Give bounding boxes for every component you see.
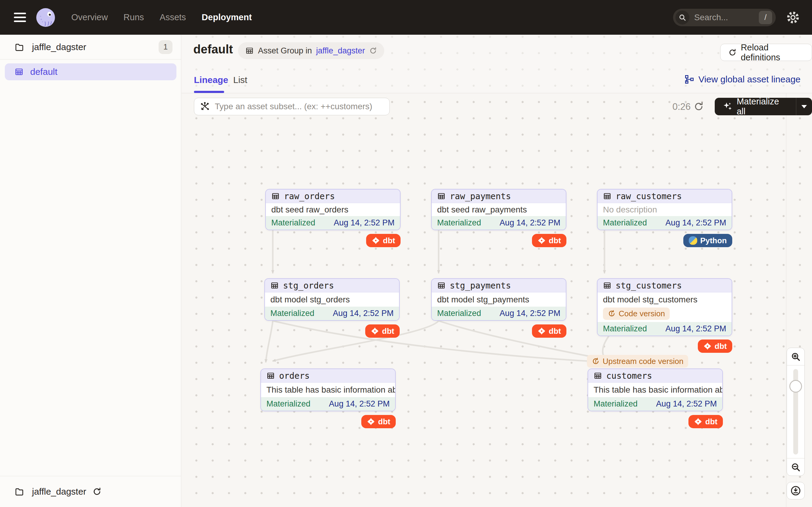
sidebar-item-default[interactable]: default bbox=[5, 63, 176, 80]
materialized-timestamp[interactable]: Aug 14, 2:52 PM bbox=[665, 218, 726, 228]
table-icon bbox=[437, 192, 446, 201]
asset-description: No description bbox=[598, 203, 732, 216]
table-icon bbox=[270, 281, 279, 290]
sidebar-group-jaffle-dagster[interactable]: jaffle_dagster 1 bbox=[0, 35, 181, 59]
asset-name: orders bbox=[279, 371, 310, 381]
settings-gear-icon[interactable] bbox=[786, 11, 800, 24]
asset-node-header: customers bbox=[588, 369, 722, 383]
dbt-badge: dbt bbox=[361, 415, 396, 428]
refresh-graph-icon[interactable] bbox=[694, 101, 704, 112]
materialized-status: Materialized bbox=[270, 309, 314, 318]
tab-list[interactable]: List bbox=[233, 75, 247, 85]
materialized-timestamp[interactable]: Aug 14, 2:52 PM bbox=[500, 309, 560, 318]
asset-node-header: raw_orders bbox=[266, 189, 400, 203]
code-version-icon bbox=[608, 309, 616, 318]
sparkle-icon bbox=[723, 101, 732, 112]
materialized-timestamp[interactable]: Aug 14, 2:52 PM bbox=[334, 218, 395, 228]
asset-node-header: stg_customers bbox=[598, 279, 732, 292]
asset-status-row: Materialized Aug 14, 2:52 PM bbox=[266, 216, 400, 230]
group-count-badge: 1 bbox=[159, 40, 172, 54]
zoom-slider[interactable] bbox=[787, 365, 804, 458]
asset-name: stg_customers bbox=[616, 281, 682, 291]
chevron-down-icon bbox=[801, 105, 807, 108]
asset-status-row: Materialized Aug 14, 2:52 PM bbox=[588, 397, 722, 411]
asset-selection-icon bbox=[200, 101, 210, 112]
download-icon bbox=[790, 485, 801, 496]
upstream-code-version-badge[interactable]: Upstream code version bbox=[587, 355, 688, 368]
asset-groups-sidebar: jaffle_dagster 1 default jaffle_dagster bbox=[0, 35, 181, 507]
materialized-timestamp[interactable]: Aug 14, 2:52 PM bbox=[656, 399, 717, 409]
materialized-timestamp[interactable]: Aug 14, 2:52 PM bbox=[333, 309, 394, 318]
code-version-badge[interactable]: Code version bbox=[603, 307, 670, 320]
asset-name: raw_payments bbox=[450, 191, 511, 201]
refresh-icon[interactable] bbox=[369, 47, 377, 55]
nav-item-deployment[interactable]: Deployment bbox=[202, 12, 252, 22]
sidebar-item-label: default bbox=[30, 67, 57, 77]
asset-group-icon bbox=[14, 67, 23, 76]
asset-node-customers[interactable]: customers This table has basic informati… bbox=[588, 369, 723, 411]
materialize-all-button-group: Materialize all bbox=[715, 98, 812, 115]
refresh-icon[interactable] bbox=[92, 487, 101, 496]
asset-description: dbt model stg_payments bbox=[432, 292, 566, 306]
materialized-timestamp[interactable]: Aug 14, 2:52 PM bbox=[329, 399, 390, 409]
materialized-timestamp[interactable]: Aug 14, 2:52 PM bbox=[500, 218, 560, 228]
asset-subset-filter[interactable] bbox=[194, 98, 390, 115]
asset-name: customers bbox=[606, 371, 652, 381]
refresh-timer: 0:26 bbox=[672, 101, 691, 112]
asset-node-stg-payments[interactable]: stg_payments dbt model stg_payments Mate… bbox=[431, 278, 566, 321]
materialize-all-button[interactable]: Materialize all bbox=[715, 98, 796, 115]
reload-definitions-button[interactable]: Reload definitions bbox=[720, 44, 812, 61]
asset-status-row: Materialized Aug 14, 2:52 PM bbox=[598, 322, 732, 336]
asset-status-row: Materialized Aug 14, 2:52 PM bbox=[432, 216, 566, 230]
view-global-asset-lineage-link[interactable]: View global asset lineage bbox=[684, 74, 801, 84]
nav-item-overview[interactable]: Overview bbox=[71, 12, 108, 22]
materialized-timestamp[interactable]: Aug 14, 2:52 PM bbox=[665, 324, 726, 333]
dagster-logo-icon[interactable] bbox=[36, 7, 56, 27]
materialized-status: Materialized bbox=[271, 218, 315, 228]
asset-status-row: Materialized Aug 14, 2:52 PM bbox=[265, 306, 399, 320]
dbt-badge: dbt bbox=[698, 339, 732, 353]
search-shortcut-key: / bbox=[759, 11, 772, 24]
search-input[interactable] bbox=[694, 12, 759, 23]
nav-item-assets[interactable]: Assets bbox=[160, 12, 186, 22]
materialized-status: Materialized bbox=[437, 218, 481, 228]
view-global-asset-lineage-label: View global asset lineage bbox=[698, 74, 801, 84]
asset-node-orders[interactable]: orders This table has basic information … bbox=[260, 369, 396, 411]
dbt-icon bbox=[367, 417, 375, 426]
search-box[interactable]: / bbox=[673, 9, 776, 26]
code-version-icon bbox=[592, 357, 600, 365]
python-icon bbox=[689, 236, 697, 245]
dbt-icon bbox=[371, 236, 380, 245]
download-graph-button[interactable] bbox=[786, 482, 805, 500]
zoom-slider-thumb[interactable] bbox=[789, 380, 802, 393]
asset-name: raw_orders bbox=[284, 191, 335, 201]
asset-node-header: raw_payments bbox=[432, 189, 566, 203]
dbt-badge: dbt bbox=[366, 234, 401, 247]
asset-node-raw-payments[interactable]: raw_payments dbt seed raw_payments Mater… bbox=[431, 189, 566, 230]
asset-description: This table has basic information about .… bbox=[588, 383, 722, 397]
context-badge-text: Asset Group in bbox=[258, 46, 312, 56]
nav-item-runs[interactable]: Runs bbox=[123, 12, 144, 22]
zoom-out-button[interactable] bbox=[787, 458, 804, 475]
asset-description: dbt seed raw_orders bbox=[266, 203, 400, 216]
asset-node-stg-orders[interactable]: stg_orders dbt model stg_orders Material… bbox=[264, 278, 400, 321]
materialize-options-button[interactable] bbox=[796, 98, 812, 115]
zoom-in-button[interactable] bbox=[787, 348, 804, 365]
code-location-link[interactable]: jaffle_dagster bbox=[316, 46, 365, 56]
asset-node-raw-orders[interactable]: raw_orders dbt seed raw_orders Materiali… bbox=[265, 189, 401, 230]
dbt-badge: dbt bbox=[532, 325, 566, 338]
asset-description: This table has basic information about .… bbox=[261, 383, 395, 397]
table-icon bbox=[271, 192, 280, 201]
menu-icon[interactable] bbox=[14, 13, 26, 22]
asset-group-context-badge: Asset Group in jaffle_dagster bbox=[238, 42, 384, 59]
dbt-badge: dbt bbox=[532, 234, 566, 247]
dbt-icon bbox=[538, 236, 546, 245]
asset-node-header: stg_orders bbox=[265, 279, 399, 292]
asset-node-raw-customers[interactable]: raw_customers No description Materialize… bbox=[597, 189, 732, 230]
table-icon bbox=[594, 372, 602, 380]
asset-description: dbt model stg_customers Code version bbox=[598, 292, 732, 322]
asset-node-stg-customers[interactable]: stg_customers dbt model stg_customers Co… bbox=[597, 278, 732, 336]
zoom-in-icon bbox=[791, 351, 801, 362]
tab-lineage[interactable]: Lineage bbox=[194, 75, 228, 85]
asset-subset-input[interactable] bbox=[214, 101, 384, 112]
